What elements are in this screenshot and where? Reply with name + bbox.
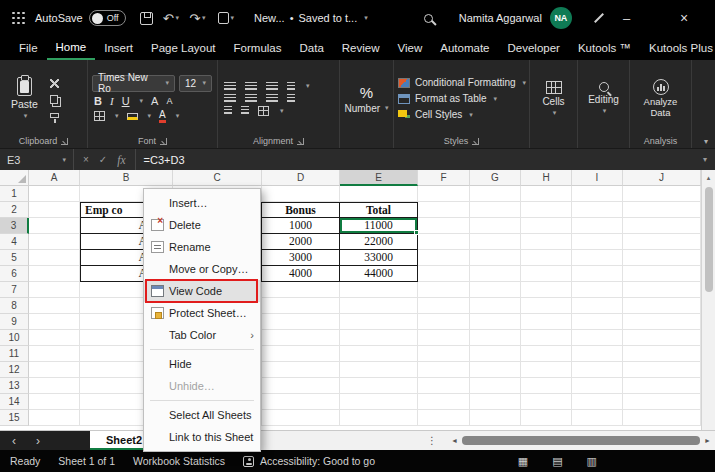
cell-I6[interactable] <box>572 266 623 282</box>
cell-D9[interactable] <box>262 314 340 330</box>
cell-I8[interactable] <box>572 298 623 314</box>
cell-I13[interactable] <box>572 378 623 394</box>
format-painter-icon[interactable] <box>218 12 229 24</box>
cell-G6[interactable] <box>470 266 521 282</box>
vertical-scrollbar[interactable]: ▴ <box>701 170 715 430</box>
cell-F4[interactable] <box>418 234 470 250</box>
cell-D10[interactable] <box>262 330 340 346</box>
cell-E13[interactable] <box>340 378 418 394</box>
cell-E7[interactable] <box>340 282 418 298</box>
cell-I2[interactable] <box>572 202 623 218</box>
menu-tab-automate[interactable]: Automate <box>431 36 498 60</box>
page-layout-view-icon[interactable]: ▤ <box>552 455 562 468</box>
cell-D8[interactable] <box>262 298 340 314</box>
format-painter-small-icon[interactable] <box>50 113 59 118</box>
cell-A3[interactable] <box>29 218 80 234</box>
redo-dropdown-icon[interactable]: ▾ <box>202 14 206 22</box>
column-header-D[interactable]: D <box>262 170 340 186</box>
cell-D3[interactable]: 1000 <box>262 218 340 234</box>
copy-icon[interactable] <box>50 95 58 104</box>
cell-D1[interactable] <box>262 186 340 202</box>
cancel-icon[interactable]: × <box>83 154 89 165</box>
cell-F13[interactable] <box>418 378 470 394</box>
autosave-toggle[interactable]: Off <box>89 10 126 26</box>
redo-icon[interactable]: ↷ <box>189 12 200 25</box>
formula-input[interactable]: =C3+D3 <box>136 154 695 166</box>
cell-I1[interactable] <box>572 186 623 202</box>
cell-E14[interactable] <box>340 394 418 410</box>
cells-button[interactable]: Cells ▾ <box>534 63 573 134</box>
cell-H1[interactable] <box>521 186 572 202</box>
cell-G11[interactable] <box>470 346 521 362</box>
close-button[interactable]: × <box>680 10 688 26</box>
cell-I11[interactable] <box>572 346 623 362</box>
cell-I9[interactable] <box>572 314 623 330</box>
bold-button[interactable]: B <box>94 95 102 107</box>
orientation-icon[interactable] <box>287 82 295 91</box>
merge-center-dropdown-icon[interactable]: ▾ <box>280 107 284 115</box>
cell-F9[interactable] <box>418 314 470 330</box>
context-menu-item-link-to-this-sheet[interactable]: Link to this Sheet <box>144 426 260 448</box>
row-header-4[interactable]: 4 <box>0 234 29 250</box>
cell-A12[interactable] <box>29 362 80 378</box>
cell-G14[interactable] <box>470 394 521 410</box>
menu-tab-data[interactable]: Data <box>291 36 333 60</box>
hscroll-right-icon[interactable]: ► <box>704 437 711 444</box>
cell-E11[interactable] <box>340 346 418 362</box>
cell-J8[interactable] <box>623 298 701 314</box>
context-menu-item-view-code[interactable]: View Code <box>144 280 260 302</box>
cell-I3[interactable] <box>572 218 623 234</box>
cell-D13[interactable] <box>262 378 340 394</box>
cell-H9[interactable] <box>521 314 572 330</box>
scroll-up-icon[interactable]: ▴ <box>707 174 711 182</box>
alignment-dialog-launcher-icon[interactable] <box>297 138 304 145</box>
cell-I10[interactable] <box>572 330 623 346</box>
row-header-13[interactable]: 13 <box>0 378 29 394</box>
normal-view-icon[interactable]: ▦ <box>518 455 528 468</box>
menu-tab-home[interactable]: Home <box>47 36 96 60</box>
cell-D5[interactable]: 3000 <box>262 250 340 266</box>
name-box[interactable]: E3 ▾ <box>0 149 74 170</box>
cell-I12[interactable] <box>572 362 623 378</box>
cell-G13[interactable] <box>470 378 521 394</box>
column-header-J[interactable]: J <box>623 170 701 186</box>
grow-font-button[interactable]: A <box>151 95 158 107</box>
number-format-button[interactable]: % Number▾ <box>344 63 389 134</box>
cell-F2[interactable] <box>418 202 470 218</box>
scrollbar-splitter-icon[interactable]: ⋮ <box>427 435 437 446</box>
cell-F1[interactable] <box>418 186 470 202</box>
cell-I5[interactable] <box>572 250 623 266</box>
cell-A6[interactable] <box>29 266 80 282</box>
cell-J10[interactable] <box>623 330 701 346</box>
cell-H3[interactable] <box>521 218 572 234</box>
cell-H14[interactable] <box>521 394 572 410</box>
cell-H5[interactable] <box>521 250 572 266</box>
cell-J6[interactable] <box>623 266 701 282</box>
cell-F6[interactable] <box>418 266 470 282</box>
font-size-select[interactable]: 12▾ <box>179 75 212 92</box>
cell-F7[interactable] <box>418 282 470 298</box>
align-right-icon[interactable] <box>266 94 278 103</box>
context-menu-item-tab-color[interactable]: Tab Color› <box>144 324 260 346</box>
editing-button[interactable]: Editing ▾ <box>582 63 625 134</box>
collapse-ribbon-icon[interactable]: ▾ <box>704 137 708 146</box>
cell-F10[interactable] <box>418 330 470 346</box>
cell-G12[interactable] <box>470 362 521 378</box>
align-top-icon[interactable] <box>224 82 236 91</box>
cell-H2[interactable] <box>521 202 572 218</box>
column-header-H[interactable]: H <box>521 170 572 186</box>
row-header-7[interactable]: 7 <box>0 282 29 298</box>
row-header-1[interactable]: 1 <box>0 186 29 202</box>
borders-dropdown-icon[interactable]: ▾ <box>115 112 119 120</box>
cell-G1[interactable] <box>470 186 521 202</box>
clipboard-dialog-launcher-icon[interactable] <box>61 138 68 145</box>
menu-tab-developer[interactable]: Developer <box>498 36 568 60</box>
merge-center-icon[interactable] <box>258 106 269 116</box>
cell-D7[interactable] <box>262 282 340 298</box>
cell-D15[interactable] <box>262 410 340 426</box>
save-icon[interactable] <box>140 12 153 25</box>
cell-A11[interactable] <box>29 346 80 362</box>
cell-J5[interactable] <box>623 250 701 266</box>
orientation-dropdown-icon[interactable]: ▾ <box>306 82 310 90</box>
cell-H6[interactable] <box>521 266 572 282</box>
